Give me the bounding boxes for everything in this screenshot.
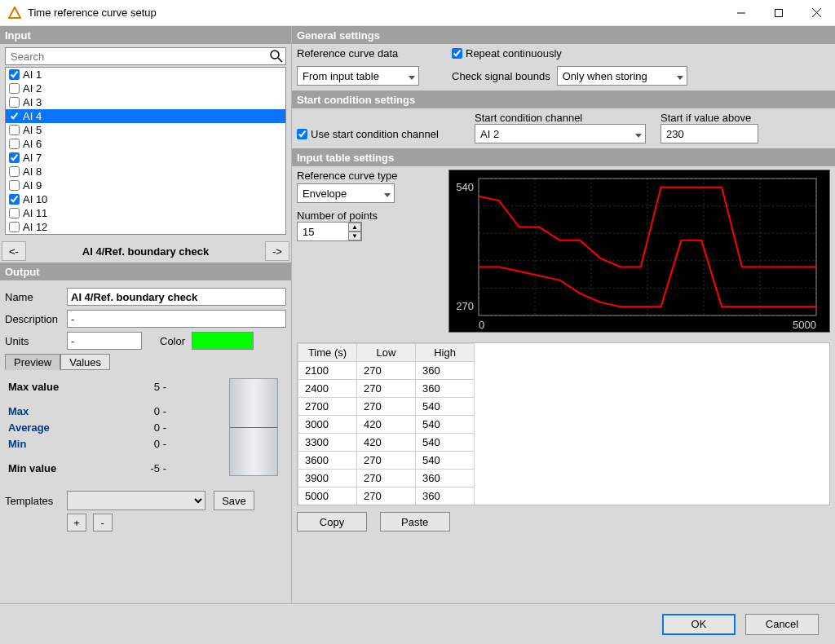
- channel-checkbox[interactable]: [9, 125, 20, 135]
- color-swatch[interactable]: [192, 332, 254, 350]
- channel-checkbox[interactable]: [9, 139, 20, 149]
- repeat-checkbox[interactable]: [452, 48, 462, 59]
- list-item[interactable]: AI 6: [6, 137, 285, 151]
- table-cell[interactable]: 540: [416, 398, 475, 416]
- table-cell[interactable]: 270: [357, 362, 416, 380]
- list-item[interactable]: AI 8: [6, 165, 285, 179]
- table-row[interactable]: 5000270360: [298, 487, 475, 505]
- close-button[interactable]: [797, 0, 835, 26]
- table-cell[interactable]: 5000: [298, 487, 357, 505]
- table-row[interactable]: 3900270360: [298, 470, 475, 487]
- input-table-grid[interactable]: Time (s)LowHigh 210027036024002703602700…: [298, 343, 475, 505]
- table-row[interactable]: 2400270360: [298, 380, 475, 398]
- table-cell[interactable]: 2100: [298, 362, 357, 380]
- ref-curve-data-select[interactable]: From input table: [297, 66, 419, 86]
- table-cell[interactable]: 360: [416, 362, 475, 380]
- template-add-button[interactable]: +: [67, 514, 86, 532]
- ref-curve-data-label: Reference curve data: [297, 47, 452, 60]
- channel-checkbox[interactable]: [9, 111, 20, 121]
- list-item[interactable]: AI 1: [6, 68, 285, 82]
- table-cell[interactable]: 360: [416, 487, 475, 505]
- channel-checkbox[interactable]: [9, 97, 20, 108]
- start-above-input[interactable]: [660, 124, 758, 143]
- list-item[interactable]: AI 10: [6, 192, 285, 206]
- next-channel-button[interactable]: ->: [265, 241, 289, 261]
- prev-channel-button[interactable]: <-: [2, 241, 26, 261]
- list-item[interactable]: AI 2: [6, 82, 285, 95]
- search-icon: [270, 50, 283, 65]
- table-row[interactable]: 3000420540: [298, 416, 475, 434]
- template-remove-button[interactable]: -: [93, 514, 113, 532]
- start-channel-select[interactable]: AI 2: [475, 124, 646, 143]
- column-header[interactable]: High: [416, 344, 475, 362]
- list-item[interactable]: AI 9: [6, 179, 285, 192]
- channel-checkbox[interactable]: [9, 83, 20, 94]
- window-title: Time reference curve setup: [28, 7, 722, 19]
- channel-checkbox[interactable]: [9, 180, 20, 191]
- table-cell[interactable]: 270: [357, 487, 416, 505]
- list-item[interactable]: AI 11: [6, 206, 285, 220]
- input-table[interactable]: Time (s)LowHigh 210027036024002703602700…: [297, 342, 830, 505]
- cancel-button[interactable]: Cancel: [745, 614, 819, 635]
- tab-values[interactable]: Values: [60, 354, 110, 370]
- column-header[interactable]: Low: [357, 344, 416, 362]
- table-cell[interactable]: 3000: [298, 416, 357, 434]
- channel-checkbox[interactable]: [9, 194, 20, 205]
- channel-checkbox[interactable]: [9, 208, 20, 218]
- units-input[interactable]: [67, 332, 142, 350]
- template-save-button[interactable]: Save: [214, 491, 254, 510]
- table-cell[interactable]: 270: [357, 380, 416, 398]
- table-row[interactable]: 3600270540: [298, 452, 475, 470]
- table-cell[interactable]: 270: [357, 470, 416, 487]
- table-cell[interactable]: 540: [416, 434, 475, 452]
- table-cell[interactable]: 420: [357, 416, 416, 434]
- ok-button[interactable]: OK: [662, 614, 736, 635]
- minimize-button[interactable]: [722, 0, 760, 26]
- spin-down-button[interactable]: ▼: [348, 232, 361, 240]
- table-row[interactable]: 3300420540: [298, 434, 475, 452]
- table-cell[interactable]: 540: [416, 452, 475, 470]
- table-cell[interactable]: 360: [416, 470, 475, 487]
- channel-checkbox[interactable]: [9, 222, 20, 232]
- copy-button[interactable]: Copy: [297, 512, 367, 532]
- table-cell[interactable]: 270: [357, 398, 416, 416]
- maximize-button[interactable]: [760, 0, 797, 26]
- table-cell[interactable]: 3300: [298, 434, 357, 452]
- templates-select[interactable]: [67, 491, 205, 510]
- table-cell[interactable]: 420: [357, 434, 416, 452]
- tab-preview[interactable]: Preview: [5, 354, 60, 370]
- start-cond-header: Start condition settings: [292, 90, 835, 108]
- channel-checkbox[interactable]: [9, 69, 20, 80]
- table-row[interactable]: 2100270360: [298, 362, 475, 380]
- paste-button[interactable]: Paste: [380, 512, 450, 532]
- chevron-down-icon: [409, 70, 415, 82]
- list-item[interactable]: AI 12: [6, 220, 285, 234]
- list-item[interactable]: AI 3: [6, 95, 285, 109]
- table-cell[interactable]: 2400: [298, 380, 357, 398]
- use-start-cond-wrap[interactable]: Use start condition channel: [297, 124, 468, 143]
- description-input[interactable]: [67, 310, 286, 328]
- spin-up-button[interactable]: ▲: [348, 223, 361, 232]
- list-item[interactable]: AI 5: [6, 123, 285, 137]
- channel-list[interactable]: AI 1AI 2AI 3AI 4AI 5AI 6AI 7AI 8AI 9AI 1…: [5, 67, 286, 235]
- check-bounds-select[interactable]: Only when storing: [557, 66, 687, 86]
- use-start-cond-checkbox[interactable]: [297, 129, 307, 139]
- start-channel-label: Start condition channel: [475, 112, 654, 124]
- search-input[interactable]: [5, 47, 286, 65]
- list-item[interactable]: AI 7: [6, 151, 285, 165]
- table-cell[interactable]: 3600: [298, 452, 357, 470]
- table-cell[interactable]: 2700: [298, 398, 357, 416]
- ref-type-select[interactable]: Envelope: [297, 183, 395, 203]
- table-cell[interactable]: 360: [416, 380, 475, 398]
- column-header[interactable]: Time (s): [298, 344, 357, 362]
- chevron-down-icon: [384, 187, 391, 200]
- table-cell[interactable]: 3900: [298, 470, 357, 487]
- table-cell[interactable]: 270: [357, 452, 416, 470]
- repeat-checkbox-wrap[interactable]: Repeat continuously: [452, 47, 830, 60]
- name-input[interactable]: [67, 288, 286, 306]
- channel-checkbox[interactable]: [9, 166, 20, 177]
- table-cell[interactable]: 540: [416, 416, 475, 434]
- channel-checkbox[interactable]: [9, 152, 20, 163]
- list-item[interactable]: AI 4: [6, 109, 285, 123]
- table-row[interactable]: 2700270540: [298, 398, 475, 416]
